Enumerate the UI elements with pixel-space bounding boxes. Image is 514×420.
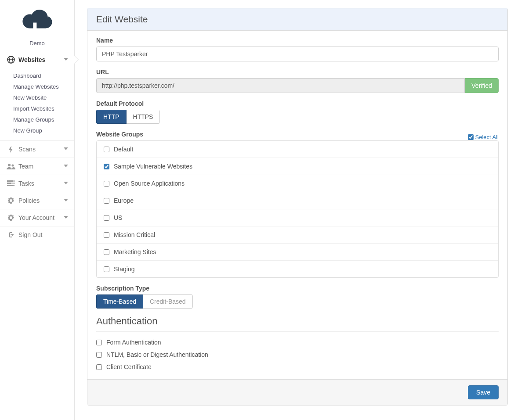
group-row[interactable]: Default	[97, 141, 498, 158]
chevron-down-icon	[64, 163, 68, 169]
nav-sub-new-group[interactable]: New Group	[0, 125, 74, 136]
auth-checkbox[interactable]	[96, 340, 102, 345]
cloud-logo-icon	[19, 8, 55, 32]
group-checkbox[interactable]	[104, 147, 109, 152]
nav-label: Websites	[18, 56, 64, 63]
nav-label: Your Account	[18, 214, 64, 221]
brand-label: Demo	[0, 40, 74, 47]
group-label: Sample Vulnerable Websites	[114, 163, 192, 170]
group-checkbox[interactable]	[104, 249, 109, 255]
auth-label: Form Authentication	[106, 339, 161, 346]
nav-label: Policies	[18, 197, 64, 204]
group-checkbox[interactable]	[104, 181, 109, 187]
auth-option[interactable]: NTLM, Basic or Digest Authentication	[96, 348, 499, 361]
url-input	[96, 78, 465, 93]
sidebar: Demo WebsitesDashboardManage WebsitesNew…	[0, 0, 75, 420]
auth-heading: Authentication	[96, 316, 499, 327]
nav-sub-import-websites[interactable]: Import Websites	[0, 103, 74, 114]
group-row[interactable]: Europe	[97, 192, 498, 209]
svg-point-4	[12, 165, 14, 167]
bolt-icon	[6, 146, 16, 153]
gear-icon	[6, 197, 16, 204]
url-label: URL	[96, 68, 499, 75]
chevron-down-icon	[64, 215, 68, 221]
groups-label: Website Groups	[96, 131, 143, 138]
group-label: US	[114, 214, 122, 221]
tasks-icon	[6, 180, 16, 187]
select-all[interactable]: Select All	[468, 134, 499, 140]
group-checkbox[interactable]	[104, 215, 109, 221]
logo	[0, 8, 74, 40]
chevron-down-icon	[64, 57, 68, 63]
name-label: Name	[96, 37, 499, 44]
name-input[interactable]	[96, 47, 499, 61]
group-label: Open Source Applications	[114, 180, 185, 187]
users-icon	[6, 163, 16, 170]
nav-sub-manage-websites[interactable]: Manage Websites	[0, 81, 74, 92]
auth-label: Client Certificate	[106, 363, 152, 370]
divider	[96, 331, 499, 332]
auth-option[interactable]: Client Certificate	[96, 361, 499, 373]
group-checkbox[interactable]	[104, 198, 109, 204]
nav-label: Tasks	[18, 180, 64, 187]
globe-icon	[6, 56, 16, 64]
protocol-https-button[interactable]: HTTPS	[127, 110, 160, 124]
group-row[interactable]: Sample Vulnerable Websites	[97, 158, 498, 175]
sign-out-icon	[6, 231, 16, 238]
auth-option[interactable]: Form Authentication	[96, 336, 499, 348]
group-checkbox[interactable]	[104, 266, 109, 272]
nav-item-policies[interactable]: Policies	[0, 192, 74, 209]
chevron-down-icon	[64, 197, 68, 204]
subscription-toggle: Time-BasedCredit-Based	[96, 294, 193, 309]
group-label: Default	[114, 146, 133, 153]
select-all-checkbox[interactable]	[468, 134, 474, 140]
nav-sub-dashboard[interactable]: Dashboard	[0, 70, 74, 81]
auth-label: NTLM, Basic or Digest Authentication	[106, 351, 208, 358]
group-row[interactable]: Staging	[97, 261, 498, 277]
nav-label: Team	[18, 163, 64, 170]
nav-sub-manage-groups[interactable]: Manage Groups	[0, 114, 74, 125]
nav-item-tasks[interactable]: Tasks	[0, 175, 74, 192]
svg-rect-10	[14, 185, 15, 186]
group-label: Europe	[114, 197, 134, 204]
subscription-time-based-button[interactable]: Time-Based	[96, 294, 143, 309]
chevron-down-icon	[64, 146, 68, 152]
protocol-label: Default Protocol	[96, 100, 499, 107]
group-label: Staging	[114, 266, 134, 273]
main-content: Edit Website Name URL Verified Default P…	[75, 0, 514, 420]
nav-label: Scans	[18, 146, 64, 153]
nav-item-scans[interactable]: Scans	[0, 141, 74, 158]
svg-point-3	[8, 164, 11, 166]
select-all-label: Select All	[475, 134, 499, 140]
nav-item-your-account[interactable]: Your Account	[0, 209, 74, 226]
group-checkbox[interactable]	[104, 164, 109, 169]
chevron-down-icon	[64, 180, 68, 187]
group-checkbox[interactable]	[104, 232, 109, 238]
verified-badge: Verified	[465, 78, 499, 93]
protocol-toggle: HTTPHTTPS	[96, 110, 160, 124]
subscription-label: Subscription Type	[96, 285, 499, 292]
protocol-http-button[interactable]: HTTP	[96, 110, 127, 124]
svg-rect-8	[13, 180, 15, 182]
group-row[interactable]: Marketing Sites	[97, 244, 498, 261]
gear-icon	[6, 214, 16, 221]
page-title: Edit Website	[87, 8, 507, 31]
nav-item-websites[interactable]: Websites	[0, 51, 74, 68]
nav-item-team[interactable]: Team	[0, 158, 74, 175]
svg-rect-9	[11, 183, 15, 184]
edit-website-panel: Edit Website Name URL Verified Default P…	[87, 8, 508, 406]
group-row[interactable]: Mission Critical	[97, 226, 498, 244]
subscription-credit-based-button[interactable]: Credit-Based	[143, 294, 193, 309]
sign-out-label: Sign Out	[18, 231, 68, 238]
save-button[interactable]: Save	[468, 385, 499, 399]
group-label: Marketing Sites	[114, 248, 156, 255]
auth-checkbox[interactable]	[96, 352, 102, 358]
sign-out[interactable]: Sign Out	[0, 226, 74, 243]
groups-list[interactable]: DefaultSample Vulnerable WebsitesOpen So…	[96, 140, 499, 278]
group-row[interactable]: Open Source Applications	[97, 175, 498, 192]
nav-sub-new-website[interactable]: New Website	[0, 92, 74, 103]
auth-checkbox[interactable]	[96, 364, 102, 370]
group-label: Mission Critical	[114, 231, 155, 238]
group-row[interactable]: US	[97, 209, 498, 226]
